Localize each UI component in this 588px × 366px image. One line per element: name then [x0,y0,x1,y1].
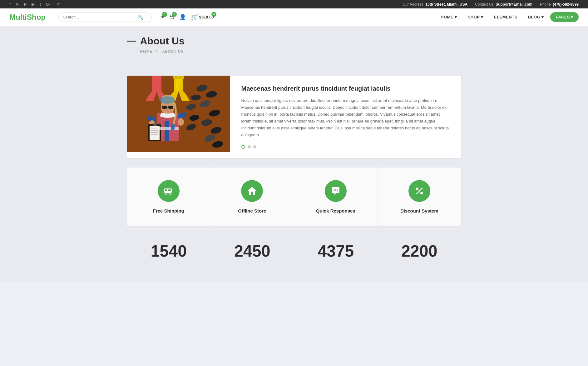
feature-card-discount: Discount System [378,168,461,226]
svg-point-45 [337,189,338,191]
cart-badge: 0 [211,12,216,17]
cart-button[interactable]: 🛒 0 $510.00 [191,14,214,21]
main-nav: HOME ▾ SHOP ▾ ELEMENTS BLOG ▾ PAGES ▾ [436,12,579,22]
wishlist-button[interactable]: ♥ 6 [161,14,165,20]
header-icons: ♥ 6 ⇆ 2 👤 🛒 0 $510.00 [161,14,214,21]
about-dot-2[interactable] [248,145,251,148]
stats-section: 1540 2450 4375 2200 [127,235,461,270]
social-icons: f ➤ P ▶ t G+ @ [9,2,61,7]
about-dots [241,145,450,149]
svg-rect-26 [153,123,157,126]
breadcrumb: HOME / ABOUT US [140,49,461,54]
contact-info-item: Contact Us Support@Email.com [475,2,532,7]
feature-label-responses: Quick Responses [316,208,355,213]
about-image [127,76,230,158]
about-dot-1[interactable] [241,145,245,149]
nav-blog[interactable]: BLOG ▾ [524,12,548,22]
telegram-icon[interactable]: ➤ [16,2,19,7]
logo-text-black: Multi [9,13,27,21]
about-text: Nullam quis tempor ligula, nec ornare du… [241,97,450,139]
header: MultiShop 🔍 ♥ 6 ⇆ 2 👤 🛒 0 $510.00 HOME ▾… [0,8,588,26]
feature-icon-discount [408,180,430,202]
facebook-icon[interactable]: f [9,2,11,7]
top-bar: f ➤ P ▶ t G+ @ Our Address 15th Street, … [0,0,588,8]
address-info: Our Address 15th Street, Miami, USA [403,2,467,7]
logo[interactable]: MultiShop [9,13,46,22]
compare-badge: 2 [172,12,177,17]
about-image-svg [127,76,230,152]
about-content: Maecenas hendrerit purus tincidunt feugi… [230,76,461,158]
feature-icon-responses [325,180,347,202]
nav-home[interactable]: HOME ▾ [436,12,462,22]
pinterest-icon[interactable]: P [24,2,27,7]
stat-3: 4375 [294,242,378,260]
feature-icon-shipping [158,180,180,202]
breadcrumb-current: ABOUT US [162,49,184,54]
svg-rect-42 [251,192,253,195]
about-section: Maecenas hendrerit purus tincidunt feugi… [127,66,461,158]
svg-marker-40 [248,187,256,191]
svg-point-43 [334,189,335,191]
svg-point-31 [159,96,175,104]
search-icon[interactable]: 🔍 [138,15,143,20]
youtube-icon[interactable]: ▶ [32,2,35,7]
nav-pages[interactable]: PAGES ▾ [550,12,579,22]
feature-label-store: Offline Store [238,208,266,213]
svg-point-46 [416,188,418,190]
search-input[interactable] [63,15,138,19]
about-card: Maecenas hendrerit purus tincidunt feugi… [127,76,461,158]
breadcrumb-separator: / [156,49,159,54]
page-title: About Us [140,35,185,47]
logo-text-green: Shop [27,13,46,21]
svg-point-23 [178,118,184,126]
phone-info: Phone (478)-592-9899 [540,2,579,7]
page-hero: About Us HOME / ABOUT US [0,26,588,60]
search-bar[interactable]: 🔍 [58,13,152,22]
instagram-icon[interactable]: @ [57,2,61,7]
svg-rect-38 [165,189,167,191]
title-line-decoration [127,41,136,42]
contact-info: Our Address 15th Street, Miami, USA Cont… [403,2,579,7]
page-title-bar: About Us [127,35,461,47]
feature-label-discount: Discount System [400,208,438,213]
nav-shop[interactable]: SHOP ▾ [463,12,488,22]
features-section: Free Shipping Offline Store [127,158,461,235]
svg-point-36 [165,193,167,194]
feature-card-responses: Quick Responses [294,168,378,226]
feature-icon-store [241,180,263,202]
stat-2: 2450 [210,242,294,260]
svg-rect-32 [157,127,179,130]
stats-grid: 1540 2450 4375 2200 [127,242,461,260]
feature-card-store: Offline Store [210,168,294,226]
svg-point-44 [335,189,336,191]
svg-rect-17 [162,106,167,109]
feature-label-shipping: Free Shipping [153,208,184,213]
cart-icon: 🛒 [191,14,198,21]
breadcrumb-home[interactable]: HOME [140,49,153,54]
about-dot-3[interactable] [253,145,256,148]
svg-rect-18 [168,106,173,109]
googleplus-icon[interactable]: G+ [46,2,52,7]
svg-rect-33 [171,124,175,130]
svg-rect-35 [164,190,165,192]
stat-1: 1540 [127,242,211,260]
twitter-icon[interactable]: t [40,2,41,7]
svg-point-47 [420,192,423,194]
compare-button[interactable]: ⇆ 2 [170,14,174,21]
nav-elements[interactable]: ELEMENTS [490,12,522,22]
feature-card-shipping: Free Shipping [127,168,211,226]
svg-rect-39 [168,189,171,191]
account-button[interactable]: 👤 [179,14,186,21]
svg-point-37 [169,193,171,194]
wishlist-badge: 6 [162,12,167,17]
features-grid: Free Shipping Offline Store [127,168,461,226]
about-heading: Maecenas hendrerit purus tincidunt feugi… [241,85,450,92]
user-icon: 👤 [179,14,186,20]
stat-4: 2200 [378,242,461,260]
svg-rect-14 [173,76,184,79]
